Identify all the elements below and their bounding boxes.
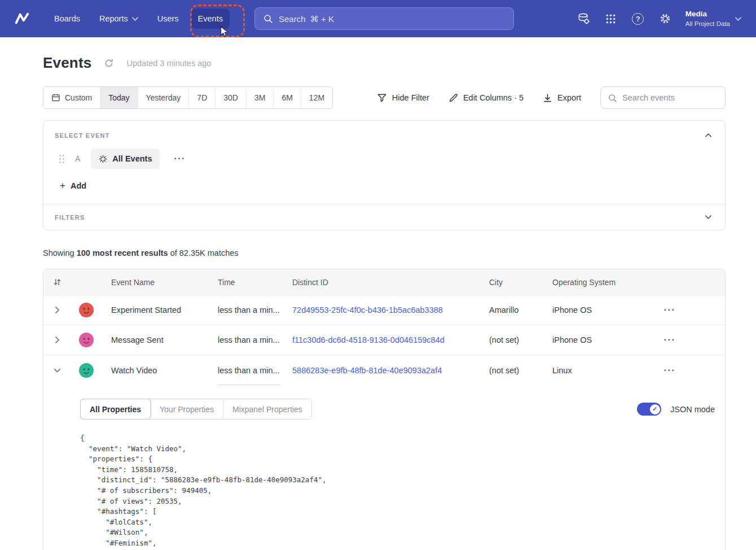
updated-timestamp: Updated 3 minutes ago	[126, 59, 211, 68]
event-city: Amarillo	[489, 305, 552, 315]
properties-tab-group: All Properties Your Properties Mixpanel …	[80, 399, 312, 420]
chevron-down-icon	[735, 17, 741, 21]
column-header-event-name[interactable]: Event Name	[102, 278, 218, 287]
distinct-id-link[interactable]: 5886283e-e9fb-48fb-81de-40e9093a2af4	[292, 366, 442, 375]
row-expander-icon[interactable]	[43, 307, 71, 313]
event-detail-panel: All Properties Your Properties Mixpanel …	[43, 385, 725, 550]
select-event-label: SELECT EVENT	[55, 132, 110, 139]
column-header-city[interactable]: City	[489, 278, 552, 287]
date-button-30d[interactable]: 30D	[216, 87, 247, 108]
nav-item-label: Reports	[99, 14, 128, 23]
hide-filter-button[interactable]: Hide Filter	[377, 93, 429, 103]
export-button[interactable]: Export	[543, 93, 581, 103]
nav-item-reports[interactable]: Reports	[93, 8, 145, 29]
date-button-label: 30D	[223, 93, 238, 102]
nav-item-boards[interactable]: Boards	[47, 8, 87, 29]
filters-label: FILTERS	[55, 214, 85, 221]
date-button-label: Yesterday	[146, 93, 181, 102]
row-more-icon[interactable]: ···	[654, 335, 685, 345]
expand-filters-button[interactable]	[703, 213, 714, 221]
date-button-label: 12M	[309, 93, 324, 102]
date-button-7d[interactable]: 7D	[189, 87, 216, 108]
help-glyph: ?	[632, 13, 644, 25]
select-event-section: SELECT EVENT A All Events ··· + Add	[43, 121, 725, 204]
collapse-section-button[interactable]	[703, 131, 714, 139]
tab-mixpanel-properties[interactable]: Mixpanel Properties	[223, 399, 311, 419]
query-builder-card: SELECT EVENT A All Events ··· + Add	[43, 120, 726, 230]
row-expander-icon[interactable]	[43, 337, 71, 343]
column-header-time[interactable]: Time	[218, 278, 292, 287]
check-icon: ✓	[652, 405, 657, 413]
edit-columns-label: Edit Columns · 5	[463, 93, 524, 102]
table-row[interactable]: Watch Video less than a min... 5886283e-…	[43, 355, 725, 385]
edit-columns-button[interactable]: Edit Columns · 5	[449, 93, 524, 103]
results-summary: Showing 100 most recent results of 82.35…	[43, 248, 726, 257]
row-more-icon[interactable]: ···	[654, 305, 685, 315]
nav-item-users[interactable]: Users	[151, 8, 186, 29]
event-avatar	[79, 303, 94, 317]
date-button-yesterday[interactable]: Yesterday	[138, 87, 190, 108]
calendar-icon	[51, 93, 60, 102]
add-event-button[interactable]: + Add	[60, 180, 86, 191]
event-os: iPhone OS	[552, 305, 654, 315]
global-search[interactable]	[254, 7, 514, 30]
distinct-id-link[interactable]: f11c30d6-dc6d-4518-9136-0d046159c84d	[292, 335, 445, 344]
date-button-label: 3M	[254, 93, 265, 102]
event-more-icon[interactable]: ···	[170, 151, 188, 166]
date-button-today[interactable]: Today	[100, 87, 138, 108]
toolbar: Custom Today Yesterday 7D 30D 3M 6M 12M …	[43, 86, 726, 109]
date-button-custom[interactable]: Custom	[43, 87, 100, 108]
project-scope: All Project Data	[685, 20, 730, 28]
events-search[interactable]	[600, 86, 726, 109]
apps-grid-icon[interactable]	[604, 12, 618, 25]
project-switcher[interactable]: Media All Project Data	[685, 10, 741, 28]
event-avatar	[79, 363, 94, 378]
search-icon	[263, 14, 273, 24]
column-header-os[interactable]: Operating System	[552, 278, 654, 287]
json-mode-toggle[interactable]: ✓	[637, 403, 661, 416]
sort-column-header[interactable]	[43, 278, 71, 286]
event-selector-button[interactable]: All Events	[91, 149, 160, 169]
page-title: Events	[43, 54, 91, 72]
help-icon[interactable]: ?	[631, 12, 645, 25]
mixpanel-logo[interactable]	[14, 10, 32, 28]
event-city: (not set)	[489, 366, 552, 375]
event-json-view: { "event": "Watch Video", "properties": …	[80, 433, 715, 550]
hide-filter-label: Hide Filter	[392, 93, 429, 102]
distinct-id-link[interactable]: 72d49553-25fc-4f0c-b436-1b5ac6ab3388	[292, 305, 443, 315]
date-button-6m[interactable]: 6M	[274, 87, 301, 108]
tab-your-properties[interactable]: Your Properties	[151, 399, 223, 419]
row-collapse-icon[interactable]	[43, 367, 71, 374]
toolbar-right: Hide Filter Edit Columns · 5 Export	[377, 86, 726, 109]
search-icon	[608, 93, 617, 103]
event-name: Watch Video	[102, 366, 218, 375]
tab-all-properties[interactable]: All Properties	[81, 399, 151, 419]
global-search-input[interactable]	[279, 14, 506, 24]
table-row[interactable]: Message Sent less than a min... f11c30d6…	[43, 325, 725, 355]
selected-event-label: All Events	[112, 154, 152, 163]
row-more-icon[interactable]: ···	[654, 365, 685, 376]
data-management-icon[interactable]	[577, 12, 591, 25]
refresh-icon	[104, 58, 114, 68]
nav-item-events[interactable]: Events	[191, 8, 230, 29]
column-header-distinct-id[interactable]: Distinct ID	[292, 278, 489, 287]
table-row[interactable]: Experiment Started less than a min... 72…	[43, 295, 725, 325]
page-header: Events Updated 3 minutes ago	[43, 54, 726, 72]
date-button-label: Custom	[65, 93, 92, 102]
json-mode-control: ✓ JSON mode	[637, 403, 715, 416]
event-time: less than a min...	[218, 366, 280, 375]
date-button-12m[interactable]: 12M	[301, 87, 332, 108]
event-name: Message Sent	[102, 335, 218, 344]
drag-handle[interactable]	[59, 155, 64, 163]
settings-gear-icon[interactable]	[658, 12, 672, 25]
date-button-label: Today	[108, 93, 129, 102]
add-event-label: Add	[71, 181, 86, 190]
pencil-icon	[449, 93, 458, 103]
date-button-3m[interactable]: 3M	[247, 87, 274, 108]
refresh-button[interactable]	[104, 58, 114, 68]
top-nav: Boards Reports Users Events	[0, 0, 756, 37]
event-query-row: A All Events ···	[55, 149, 714, 169]
filters-section[interactable]: FILTERS	[43, 204, 725, 230]
events-search-input[interactable]	[622, 93, 718, 102]
events-table: Event Name Time Distinct ID City Operati…	[43, 269, 726, 550]
